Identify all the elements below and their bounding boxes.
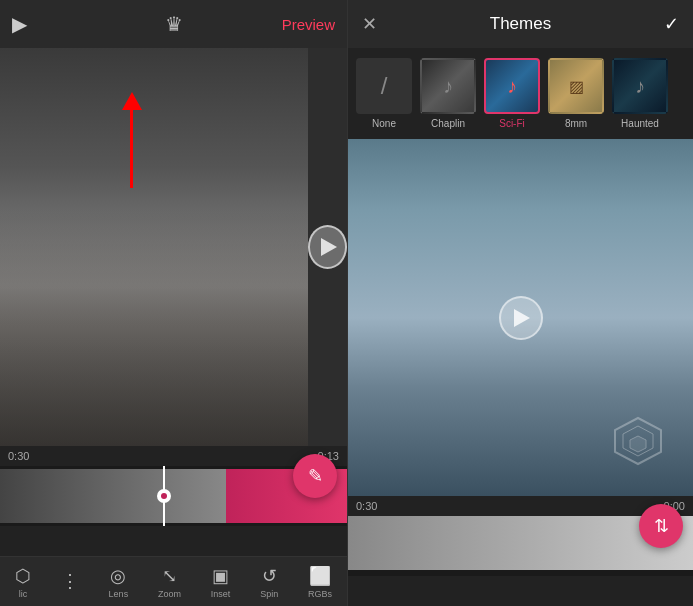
zoom-icon: ⤡ <box>162 565 177 587</box>
marker-pin-inner <box>161 493 167 499</box>
themes-grid: / None ♪ Chaplin ♪ Sci-Fi ▨ 8mm <box>348 48 693 139</box>
left-timeline-timestamps: 0:30 0:13 <box>0 446 347 466</box>
theme-name-8mm: 8mm <box>565 118 587 129</box>
theme-name-none: None <box>372 118 396 129</box>
left-video-placeholder <box>0 48 308 446</box>
spin-icon: ↺ <box>262 565 277 587</box>
right-timeline-timestamps: 0:30 0:00 <box>348 496 693 516</box>
right-timeline-area: 0:30 0:00 ⇅ <box>348 496 693 606</box>
theme-thumb-scifi: ♪ <box>484 58 540 114</box>
play-triangle-icon <box>321 238 337 256</box>
back-button[interactable]: ▶ <box>12 12 27 36</box>
close-button[interactable]: ✕ <box>362 13 377 35</box>
scifi-icon: ♪ <box>507 75 517 98</box>
theme-name-scifi: Sci-Fi <box>499 118 525 129</box>
theme-thumb-none: / <box>356 58 412 114</box>
left-panel: ▶ ♛ Preview 0:30 0:13 ✎ <box>0 0 347 606</box>
preview-label: Preview <box>282 16 335 33</box>
theme-thumb-chaplin: ♪ <box>420 58 476 114</box>
theme-name-haunted: Haunted <box>621 118 659 129</box>
theme-name-chaplin: Chaplin <box>431 118 465 129</box>
toolbar-item-rgb[interactable]: ⬜ RGBs <box>308 565 332 599</box>
lens-icon: ◎ <box>110 565 126 587</box>
theme-item-scifi[interactable]: ♪ Sci-Fi <box>484 58 540 129</box>
toolbar-item-menu[interactable]: ⋮ <box>61 570 79 594</box>
rgb-icon: ⬜ <box>309 565 331 587</box>
spin-label: Spin <box>260 589 278 599</box>
right-panel: ✕ Themes ✓ / None ♪ Chaplin ♪ Sci-Fi <box>347 0 693 606</box>
vfx-label: lic <box>19 589 28 599</box>
arrow-head <box>122 92 142 110</box>
left-header: ▶ ♛ Preview <box>0 0 347 48</box>
left-play-button[interactable] <box>308 225 347 269</box>
crowd-overlay <box>0 207 308 446</box>
chaplin-music-icon: ♪ <box>443 75 453 98</box>
haunted-music-icon: ♪ <box>635 75 645 98</box>
left-video-area <box>0 48 347 446</box>
red-arrow-indicator <box>130 108 133 188</box>
8mm-icon: ▨ <box>569 77 584 96</box>
left-fab-button[interactable]: ✎ <box>293 454 337 498</box>
menu-icon: ⋮ <box>61 570 79 592</box>
themes-title: Themes <box>490 14 551 34</box>
toolbar-item-zoom[interactable]: ⤡ Zoom <box>158 565 181 599</box>
arrow-line <box>130 108 133 188</box>
check-button[interactable]: ✓ <box>664 13 679 35</box>
inset-label: Inset <box>211 589 231 599</box>
right-header: ✕ Themes ✓ <box>348 0 693 48</box>
right-time-start: 0:30 <box>356 500 377 512</box>
toolbar-item-lens[interactable]: ◎ Lens <box>109 565 129 599</box>
sliders-icon: ⇅ <box>654 515 669 537</box>
toolbar-item-spin[interactable]: ↺ Spin <box>260 565 278 599</box>
lens-label: Lens <box>109 589 129 599</box>
toolbar-item-vfx[interactable]: ⬡ lic <box>15 565 31 599</box>
theme-thumb-haunted: ♪ <box>612 58 668 114</box>
right-fab-button[interactable]: ⇅ <box>639 504 683 548</box>
toolbar-item-inset[interactable]: ▣ Inset <box>211 565 231 599</box>
crown-icon: ♛ <box>165 12 183 36</box>
left-timeline-area: 0:30 0:13 ✎ <box>0 446 347 556</box>
theme-item-chaplin[interactable]: ♪ Chaplin <box>420 58 476 129</box>
svg-marker-2 <box>630 436 646 452</box>
left-timeline-marker <box>163 466 165 526</box>
right-play-triangle-icon <box>514 309 530 327</box>
marker-pin <box>157 489 171 503</box>
theme-item-8mm[interactable]: ▨ 8mm <box>548 58 604 129</box>
theme-item-none[interactable]: / None <box>356 58 412 129</box>
theme-item-haunted[interactable]: ♪ Haunted <box>612 58 668 129</box>
right-video-area <box>348 139 693 496</box>
zoom-label: Zoom <box>158 589 181 599</box>
left-clip-dark <box>0 469 226 523</box>
left-time-start: 0:30 <box>8 450 29 462</box>
right-play-button[interactable] <box>499 296 543 340</box>
inset-icon: ▣ <box>212 565 229 587</box>
theme-thumb-8mm: ▨ <box>548 58 604 114</box>
vfx-icon: ⬡ <box>15 565 31 587</box>
rgb-label: RGBs <box>308 589 332 599</box>
hexagon-watermark-icon <box>613 416 663 466</box>
pencil-icon: ✎ <box>308 465 323 487</box>
left-bottom-toolbar: ⬡ lic ⋮ ◎ Lens ⤡ Zoom ▣ Inset ↺ Spin ⬜ R… <box>0 556 347 606</box>
none-slash-icon: / <box>381 72 388 100</box>
